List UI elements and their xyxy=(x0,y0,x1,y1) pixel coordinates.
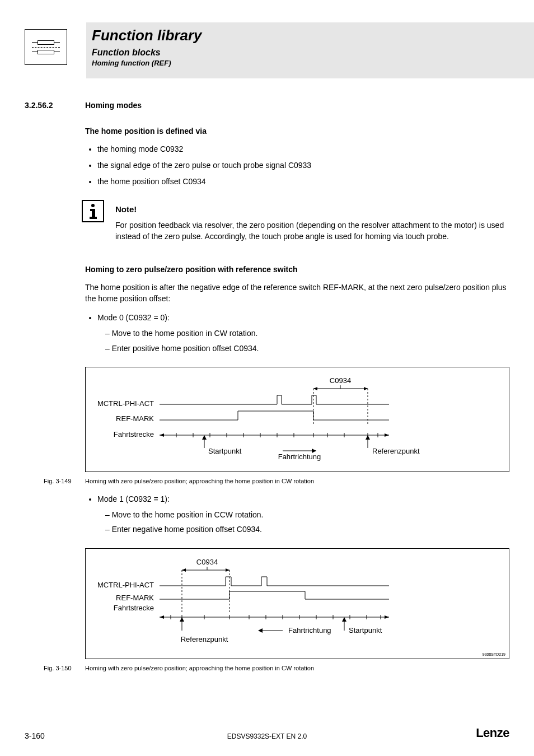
figure-1: C0934 MCTRL-PHI-ACT xyxy=(85,367,509,472)
doc-id: EDSVS9332S-EXT EN 2.0 xyxy=(227,732,307,740)
fig1-refmark: REF-MARK xyxy=(116,414,154,423)
svg-marker-87 xyxy=(342,617,346,622)
fig1-referenzpunkt: Referenzpunkt xyxy=(372,447,420,455)
svg-point-0 xyxy=(91,204,95,207)
fig2-num: Fig. 3-150 xyxy=(44,665,72,671)
list-item: Mode 1 (C0932 = 1): Move to the home pos… xyxy=(97,493,509,536)
info-icon xyxy=(82,200,104,222)
fig2-caption: Homing with zero pulse/zero position; ap… xyxy=(85,665,314,671)
svg-marker-45 xyxy=(366,435,370,440)
figure-2: C0934 MCTRL-PHI-ACT xyxy=(85,548,509,659)
brand-logo: Lenze xyxy=(476,726,509,740)
svg-marker-26 xyxy=(385,433,389,437)
fig2-startpunkt: Startpunkt xyxy=(349,626,382,634)
header-bar: Function library Function blocks Homing … xyxy=(86,22,534,78)
list-item: Mode 0 (C0932 = 0): Move to the home pos… xyxy=(97,312,509,354)
fig2-c0934: C0934 xyxy=(196,558,218,566)
fig2-refmark: REF-MARK xyxy=(116,594,154,602)
mode0-list: Mode 0 (C0932 = 0): Move to the home pos… xyxy=(85,312,509,354)
fig1-mctrl: MCTRL-PHI-ACT xyxy=(97,399,154,408)
list-item: the homing mode C0932 xyxy=(97,143,509,155)
svg-marker-83 xyxy=(180,617,184,622)
svg-rect-2 xyxy=(92,209,95,217)
list-item: Move to the home position in CCW rotatio… xyxy=(105,508,509,521)
fig2-fahrtstrecke: Fahrtstrecke xyxy=(114,604,154,612)
fig2-referenzpunkt: Referenzpunkt xyxy=(181,635,228,643)
svg-rect-3 xyxy=(90,217,97,219)
fig1-fahrtstrecke: Fahrtstrecke xyxy=(114,430,154,438)
zeropulse-heading: Homing to zero pulse/zero position with … xyxy=(85,265,509,274)
note-body: For position feedback via resolver, the … xyxy=(115,220,509,242)
list-item: Enter negative home position offset C093… xyxy=(105,523,509,535)
section-number: 3.2.56.2 xyxy=(25,101,69,110)
list-item: Enter positive home position offset C093… xyxy=(105,342,509,354)
mode1-list: Mode 1 (C0932 = 1): Move to the home pos… xyxy=(85,493,509,536)
intro-heading: The home position is defined via xyxy=(85,127,509,136)
svg-marker-68 xyxy=(385,615,389,619)
svg-marker-8 xyxy=(364,387,368,390)
page: Function library Function blocks Homing … xyxy=(0,0,534,756)
intro-bullets: the homing mode C0932 the signal edge of… xyxy=(85,143,509,188)
svg-marker-49 xyxy=(182,568,186,572)
fig1-caption: Homing with zero pulse/zero position; ap… xyxy=(85,478,314,484)
list-item: the home position offset C0934 xyxy=(97,176,509,188)
section-title: Homing modes xyxy=(85,101,142,110)
header-title: Function library xyxy=(92,27,202,44)
note-block: Note! For position feedback via resolver… xyxy=(82,200,509,250)
svg-marker-41 xyxy=(202,435,207,440)
fig1-fahrtrichtung: Fahrtrichtung xyxy=(278,452,321,461)
zeropulse-para: The home position is after the negative … xyxy=(85,282,509,305)
fig1-num: Fig. 3-149 xyxy=(44,478,72,484)
fig2-mctrl: MCTRL-PHI-ACT xyxy=(97,581,154,589)
mode1-label: Mode 1 (C0932 = 1): xyxy=(97,494,170,503)
svg-marker-67 xyxy=(160,615,164,619)
svg-marker-7 xyxy=(313,387,317,390)
svg-marker-50 xyxy=(226,568,229,572)
page-number: 3-160 xyxy=(25,731,45,740)
header-icon xyxy=(25,29,67,65)
fig1-startpunkt: Startpunkt xyxy=(208,447,242,455)
svg-marker-25 xyxy=(160,433,164,437)
header-subsubtitle: Homing function (REF) xyxy=(92,59,202,67)
fig1-c0934: C0934 xyxy=(330,376,351,385)
footer: 3-160 EDSVS9332S-EXT EN 2.0 Lenze xyxy=(25,726,509,740)
fig2-code: 9300STD219 xyxy=(483,652,505,656)
list-item: the signal edge of the zero pulse or tou… xyxy=(97,160,509,171)
list-item: Move to the home position in CW rotation… xyxy=(105,327,509,339)
header-subtitle: Function blocks xyxy=(92,48,202,58)
mode0-label: Mode 0 (C0932 = 0): xyxy=(97,313,170,322)
svg-marker-85 xyxy=(258,628,263,633)
note-title: Note! xyxy=(115,204,509,214)
fig2-fahrtrichtung: Fahrtrichtung xyxy=(288,626,331,634)
